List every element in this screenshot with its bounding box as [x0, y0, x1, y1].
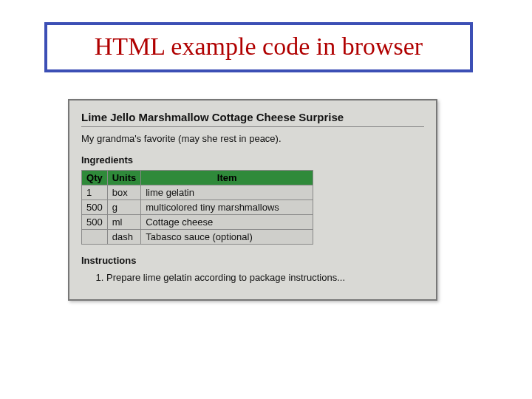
cell-item: lime gelatin [141, 185, 313, 200]
ingredients-heading: Ingredients [81, 154, 424, 166]
col-units: Units [107, 171, 141, 185]
recipe-heading: Lime Jello Marshmallow Cottage Cheese Su… [81, 111, 424, 123]
col-qty: Qty [82, 171, 108, 185]
cell-units: dash [107, 230, 141, 245]
table-row: 500 g multicolored tiny marshmallows [82, 200, 313, 215]
title-box: HTML example code in browser [44, 22, 473, 72]
table-row: 500 ml Cottage cheese [82, 215, 313, 230]
cell-units: ml [107, 215, 141, 230]
browser-rendering-panel: Lime Jello Marshmallow Cottage Cheese Su… [68, 99, 437, 301]
recipe-subtitle: My grandma's favorite (may she rest in p… [81, 133, 424, 144]
instructions-heading: Instructions [81, 255, 424, 266]
slide-title: HTML example code in browser [95, 33, 423, 60]
cell-qty [82, 230, 108, 245]
cell-qty: 500 [82, 200, 108, 215]
instructions-list: Prepare lime gelatin according to packag… [81, 270, 424, 284]
table-row: 1 box lime gelatin [82, 185, 313, 200]
table-header-row: Qty Units Item [82, 171, 313, 185]
col-item: Item [141, 171, 313, 185]
cell-qty: 1 [82, 185, 108, 200]
slide: HTML example code in browser Lime Jello … [0, 0, 532, 399]
cell-item: Tabasco sauce (optional) [141, 230, 313, 245]
divider [81, 126, 424, 127]
instruction-step: Prepare lime gelatin according to packag… [106, 270, 424, 284]
cell-item: multicolored tiny marshmallows [141, 200, 313, 215]
cell-units: box [107, 185, 141, 200]
cell-units: g [107, 200, 141, 215]
cell-qty: 500 [82, 215, 108, 230]
cell-item: Cottage cheese [141, 215, 313, 230]
table-row: dash Tabasco sauce (optional) [82, 230, 313, 245]
ingredients-table: Qty Units Item 1 box lime gelatin 500 g … [81, 170, 313, 245]
